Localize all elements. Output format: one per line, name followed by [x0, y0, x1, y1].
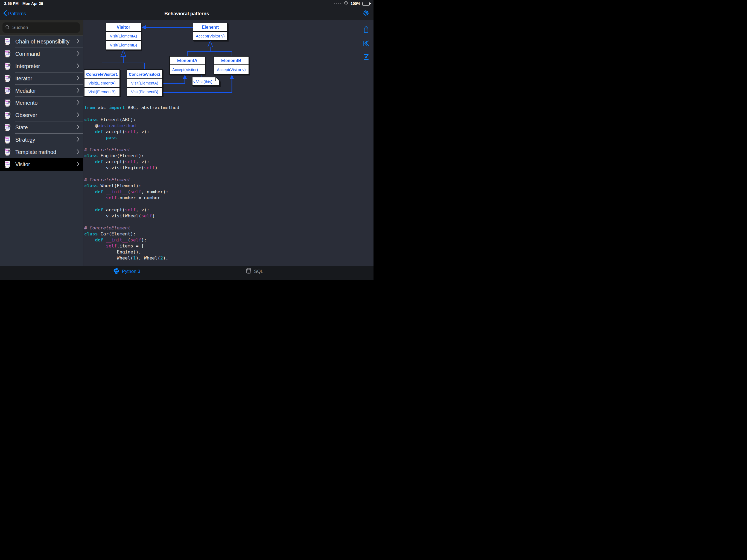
- svg-text:func: func: [5, 51, 9, 53]
- svg-text:}: }: [5, 141, 6, 143]
- svg-text:func: func: [5, 125, 9, 127]
- code-line: Engine(),: [84, 249, 179, 255]
- tab-sql[interactable]: SQL: [246, 266, 263, 277]
- back-label: Patterns: [8, 11, 26, 17]
- tab-python3[interactable]: Python 3: [113, 266, 140, 277]
- uml-class-element: ElenemtAccept(Visitor v): [193, 23, 228, 41]
- sidebar-item-label: Memento: [15, 100, 77, 106]
- svg-text:}: }: [5, 55, 6, 57]
- uml-class-elementB: ElenemtBAccept(Visitor v): [214, 56, 249, 74]
- svg-text:}: }: [5, 92, 6, 94]
- jump-to-start-icon[interactable]: [363, 40, 369, 47]
- svg-text:func: func: [5, 161, 9, 163]
- code-line: from abc import ABC, abstractmethod: [84, 105, 179, 111]
- pattern-list: func { code } Chain of Responsibility fu…: [0, 35, 83, 171]
- pattern-sidebar: func { code } Chain of Responsibility fu…: [0, 20, 83, 266]
- wifi-icon: [343, 1, 349, 6]
- code-listing: from abc import ABC, abstractmethod clas…: [84, 105, 179, 261]
- inheritance-element-tree: [187, 47, 232, 56]
- sidebar-item-label: Visitor: [15, 161, 77, 168]
- tab-python3-label: Python 3: [122, 269, 140, 274]
- sidebar-item-mediator[interactable]: func code } Mediator: [0, 85, 83, 97]
- pattern-file-icon: func code }: [4, 75, 11, 82]
- code-line: @abstractmethod: [84, 123, 179, 129]
- uml-class-cv1: ConcreteVisitor1Visit(ElementA)Visit(Ele…: [84, 70, 120, 96]
- call-arrow-to-elementA: [162, 78, 185, 84]
- search-field[interactable]: [2, 22, 80, 33]
- sidebar-item-command[interactable]: func code } Command: [0, 48, 83, 60]
- back-button[interactable]: Patterns: [3, 10, 26, 18]
- code-line: [84, 111, 179, 117]
- sidebar-item-label: Command: [15, 51, 77, 57]
- sidebar-item-label: Observer: [15, 112, 77, 119]
- chevron-right-icon: [77, 149, 80, 154]
- side-toolbar: [363, 26, 370, 60]
- svg-text:ElenemtB: ElenemtB: [221, 58, 241, 63]
- code-line: [84, 171, 179, 177]
- svg-text:func: func: [5, 137, 9, 139]
- svg-text:Accept(Visitor v): Accept(Visitor v): [217, 68, 246, 72]
- chevron-right-icon: [77, 75, 80, 81]
- uml-class-visitor: VisitorVisit(ElementA)Visit(ElementB): [106, 23, 141, 50]
- svg-text:code: code: [5, 41, 9, 43]
- svg-text:Accept(Visitor v): Accept(Visitor v): [196, 34, 225, 38]
- code-line: pass: [84, 135, 179, 141]
- svg-text:code: code: [5, 53, 9, 55]
- sidebar-item-iterator[interactable]: func code } Iterator: [0, 73, 83, 85]
- svg-text:code: code: [5, 139, 9, 141]
- chevron-right-icon: [77, 39, 80, 44]
- svg-text:}: }: [5, 67, 6, 70]
- chevron-right-icon: [77, 161, 80, 167]
- sidebar-item-interpreter[interactable]: func code } Interpreter: [0, 60, 83, 73]
- date: Mon Apr 29: [22, 1, 43, 6]
- svg-text:Visitor: Visitor: [117, 25, 130, 29]
- sidebar-item-label: Chain of Responsibility: [15, 39, 77, 45]
- share-icon[interactable]: [363, 26, 369, 33]
- code-line: def __init__(self):: [84, 237, 179, 243]
- settings-gear-icon[interactable]: [363, 10, 369, 17]
- sidebar-item-template-method[interactable]: func code } Template method: [0, 146, 83, 158]
- svg-text:func: func: [5, 39, 9, 41]
- svg-text:Accept(Visitor): Accept(Visitor): [172, 68, 198, 72]
- python-icon: [113, 268, 120, 276]
- svg-text:}: }: [5, 104, 6, 106]
- cellular-signal-icon: [334, 3, 341, 4]
- svg-text:func: func: [5, 149, 9, 151]
- svg-text:code: code: [5, 78, 9, 80]
- code-line: [84, 201, 179, 207]
- battery-percent: 100%: [351, 1, 360, 6]
- language-tab-bar: Python 3 SQL: [0, 266, 374, 280]
- tab-sql-label: SQL: [254, 269, 263, 274]
- sidebar-item-observer[interactable]: func code } Observer: [0, 109, 83, 121]
- sidebar-item-label: Mediator: [15, 88, 77, 94]
- svg-text:Visit(ElementB): Visit(ElementB): [110, 43, 137, 47]
- svg-text:}: }: [5, 128, 6, 131]
- svg-text:code: code: [5, 90, 9, 92]
- code-line: [84, 141, 179, 147]
- search-input[interactable]: [12, 25, 77, 31]
- sidebar-item-chain-of-responsibility[interactable]: func { code } Chain of Responsibility: [0, 35, 83, 48]
- pattern-file-icon: func code }: [4, 50, 11, 58]
- search-section: [0, 20, 83, 35]
- collapse-icon[interactable]: [363, 53, 369, 60]
- svg-text:}: }: [5, 116, 6, 119]
- sidebar-item-state[interactable]: func code } State: [0, 121, 83, 134]
- sidebar-item-visitor[interactable]: func { code } Visitor: [0, 158, 83, 171]
- code-line: [84, 219, 179, 225]
- svg-text:ConcreteVisitor2: ConcreteVisitor2: [129, 72, 160, 77]
- sidebar-item-strategy[interactable]: func { code } Strategy: [0, 134, 83, 146]
- sidebar-item-label: Iterator: [15, 75, 77, 82]
- database-icon: [246, 268, 252, 275]
- svg-text:v.Visit(this): v.Visit(this): [193, 80, 212, 84]
- pattern-file-icon: func code }: [4, 99, 11, 107]
- uml-diagram: VisitorVisit(ElementA)Visit(ElementB)Ele…: [83, 20, 275, 113]
- svg-text:Elenemt: Elenemt: [202, 25, 219, 29]
- chevron-right-icon: [77, 100, 80, 105]
- chevron-right-icon: [77, 63, 80, 68]
- code-line: def __init__(self, number):: [84, 189, 179, 195]
- chevron-right-icon: [77, 51, 80, 56]
- uml-note: v.Visit(this): [192, 77, 220, 85]
- sidebar-item-memento[interactable]: func code } Memento: [0, 97, 83, 109]
- pattern-file-icon: func code }: [4, 87, 11, 95]
- svg-text:code: code: [5, 151, 9, 153]
